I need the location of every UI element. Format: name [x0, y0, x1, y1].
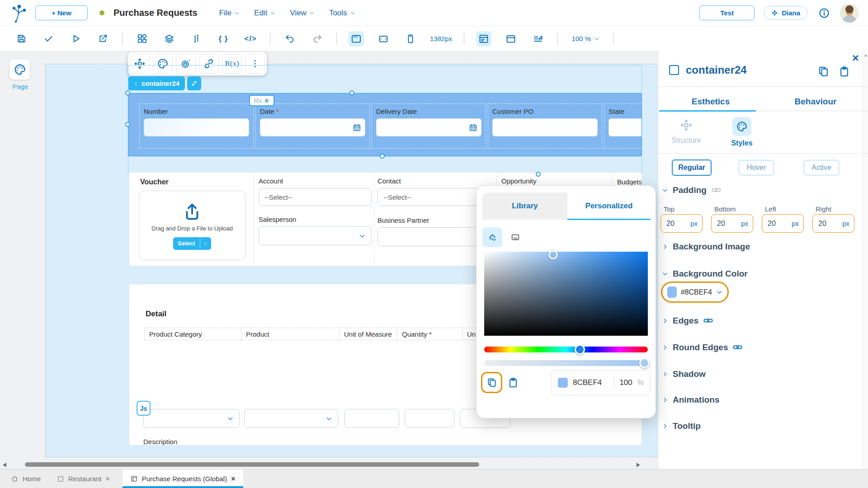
- field-customer-po[interactable]: Customer PO: [488, 103, 602, 149]
- opacity-slider[interactable]: [484, 360, 648, 366]
- undo-button[interactable]: [282, 31, 297, 47]
- number-input[interactable]: [144, 118, 249, 136]
- field-number[interactable]: Number: [139, 103, 254, 149]
- scroll-right-arrow[interactable]: [637, 463, 640, 467]
- test-button[interactable]: Test: [699, 5, 755, 20]
- menu-view[interactable]: View: [290, 9, 315, 18]
- js-badge[interactable]: Js: [137, 401, 151, 416]
- calendar-icon[interactable]: [353, 123, 361, 132]
- widget-checkbox[interactable]: [669, 65, 679, 75]
- connectors-button[interactable]: [189, 31, 204, 47]
- assistant-button[interactable]: Diana: [764, 6, 807, 20]
- tab-esthetics[interactable]: Esthetics: [658, 93, 763, 111]
- paste-icon[interactable]: [838, 66, 850, 78]
- page-tool[interactable]: Page: [9, 59, 32, 90]
- copy-icon[interactable]: [817, 66, 830, 78]
- app-logo-icon[interactable]: [9, 3, 29, 23]
- info-icon[interactable]: [818, 7, 830, 19]
- link-icon[interactable]: [732, 342, 743, 352]
- copy-color-button[interactable]: [481, 372, 502, 393]
- selection-handle[interactable]: [125, 90, 130, 95]
- tab-restaurant[interactable]: Restaurant ×: [49, 469, 118, 488]
- padding-left-input[interactable]: 20px: [762, 214, 804, 233]
- horizontal-scrollbar[interactable]: [25, 462, 479, 467]
- account-select[interactable]: --Select--: [259, 188, 372, 206]
- source-code-button[interactable]: </>: [243, 31, 258, 47]
- column-header[interactable]: Product: [241, 328, 340, 340]
- panel-scrollbar[interactable]: [863, 51, 868, 469]
- solid-fill-mode-button[interactable]: [482, 227, 502, 247]
- close-icon[interactable]: ×: [105, 475, 109, 483]
- preview-button[interactable]: [68, 31, 83, 47]
- link-icon[interactable]: [703, 315, 713, 326]
- padding-bottom-input[interactable]: 20px: [711, 214, 753, 233]
- column-header[interactable]: Unit of Measure: [340, 328, 397, 340]
- gradient-handle[interactable]: [548, 250, 558, 259]
- page-layout-button[interactable]: [476, 31, 491, 47]
- section-padding[interactable]: Padding: [662, 185, 722, 195]
- column-header[interactable]: Quantity *: [397, 328, 462, 340]
- hex-value-field[interactable]: 8CBEF4: [573, 378, 602, 387]
- menu-file[interactable]: File: [219, 9, 240, 18]
- tab-behaviour[interactable]: Behaviour: [763, 93, 868, 111]
- salesperson-select[interactable]: [259, 226, 372, 245]
- delivery-date-input[interactable]: [376, 118, 481, 136]
- header-layout-button[interactable]: [503, 31, 519, 47]
- publish-button[interactable]: [95, 31, 110, 47]
- scroll-up-arrow[interactable]: [864, 53, 867, 56]
- selection-handle[interactable]: [349, 90, 354, 95]
- selected-container[interactable]: Number Date* Delivery Date Customer PO: [128, 93, 642, 156]
- page-styles-button[interactable]: [9, 59, 30, 80]
- calendar-icon[interactable]: [469, 123, 477, 132]
- state-regular-button[interactable]: Regular: [672, 160, 712, 176]
- opacity-value-field[interactable]: 100: [619, 378, 632, 387]
- tab-home[interactable]: Home: [3, 469, 49, 488]
- padding-right-input[interactable]: 20px: [812, 214, 854, 233]
- state-active-button[interactable]: Active: [804, 160, 839, 175]
- tab-purchase-requests[interactable]: Purchase Requests (Global) ×: [123, 469, 243, 488]
- section-animations[interactable]: Animations: [662, 395, 719, 405]
- chevron-down-icon[interactable]: [200, 237, 211, 250]
- quantity-input[interactable]: [405, 409, 454, 428]
- product-category-select[interactable]: [143, 409, 240, 428]
- section-background-image[interactable]: Background Image: [662, 242, 750, 252]
- new-button[interactable]: + New: [35, 5, 88, 20]
- field-date[interactable]: Date*: [255, 103, 370, 149]
- state-hover-button[interactable]: Hover: [739, 160, 774, 175]
- background-color-chip[interactable]: #8CBEF4: [661, 282, 729, 303]
- selection-handle[interactable]: [536, 172, 541, 177]
- section-round-edges[interactable]: Round Edges: [662, 342, 743, 352]
- select-file-button[interactable]: Select: [173, 237, 211, 250]
- section-background-color[interactable]: Background Color: [662, 269, 748, 279]
- product-select[interactable]: [244, 409, 338, 428]
- paste-icon[interactable]: [507, 377, 519, 389]
- saturation-gradient-area[interactable]: [484, 252, 648, 336]
- unit-of-measure-input[interactable]: [344, 409, 399, 428]
- rx-formula-badge[interactable]: Rx: [249, 95, 274, 106]
- toggle-styles[interactable]: Styles: [728, 117, 755, 147]
- date-input[interactable]: [260, 118, 365, 136]
- tab-library[interactable]: Library: [482, 192, 567, 220]
- state-input[interactable]: [609, 118, 642, 136]
- section-tooltip[interactable]: Tooltip: [662, 421, 701, 431]
- menu-tools[interactable]: Tools: [329, 9, 355, 18]
- selection-handle[interactable]: [380, 154, 385, 159]
- file-dropzone[interactable]: Drag and Drop a File to Upload Select: [139, 191, 245, 260]
- variables-button[interactable]: { }: [216, 31, 231, 47]
- save-button[interactable]: [14, 31, 29, 47]
- layers-button[interactable]: [161, 31, 177, 47]
- section-edges[interactable]: Edges: [662, 315, 713, 326]
- column-header[interactable]: Product Category: [144, 328, 241, 340]
- redo-button[interactable]: [309, 31, 325, 47]
- hue-slider-handle[interactable]: [575, 344, 585, 355]
- alignment-button[interactable]: [530, 31, 546, 47]
- close-icon[interactable]: ×: [231, 475, 235, 483]
- field-delivery-date[interactable]: Delivery Date: [372, 103, 486, 149]
- tablet-view-button[interactable]: [376, 31, 391, 47]
- toggle-structure[interactable]: Structure: [666, 119, 706, 145]
- opacity-slider-handle[interactable]: [639, 358, 650, 368]
- selection-handle[interactable]: [125, 122, 130, 127]
- menu-edit[interactable]: Edit: [254, 9, 275, 18]
- desktop-view-button[interactable]: [349, 31, 364, 47]
- link-icon[interactable]: [711, 185, 722, 195]
